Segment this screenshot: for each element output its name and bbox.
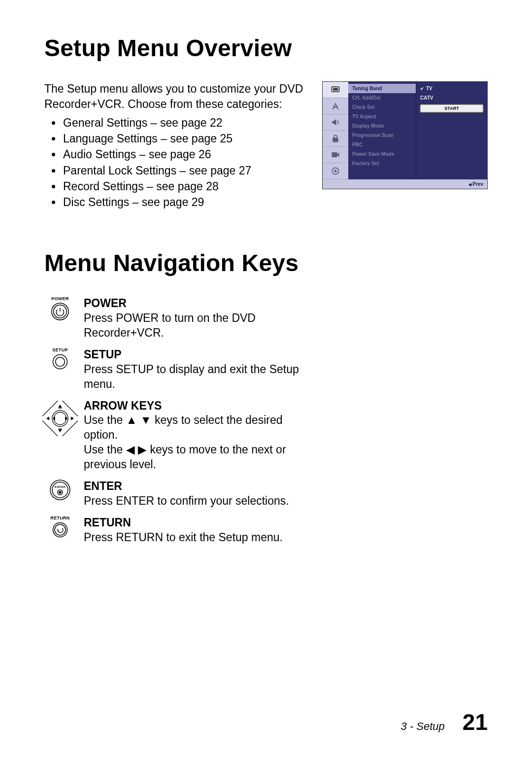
key-body: Use the ▲ ▼ keys to select the desired o… — [84, 413, 305, 443]
osd-cat-audio-icon — [323, 114, 348, 131]
footer-page-number: 21 — [463, 709, 488, 735]
triangle-down-icon: ▼ — [140, 414, 152, 426]
intro-item: Audio Settings – see page 26 — [62, 146, 306, 162]
osd-menu-item: Tuning Band — [348, 84, 416, 93]
key-body: Press POWER to turn on the DVD Recorder+… — [84, 311, 305, 341]
heading-nav-keys: Menu Navigation Keys — [44, 249, 488, 276]
osd-menu-item: Display Mode — [348, 121, 416, 131]
svg-point-20 — [53, 522, 67, 537]
check-icon: ✔ — [420, 86, 424, 91]
triangle-up-icon: ▲ — [126, 414, 137, 426]
osd-menu-item: Factory Set — [348, 159, 416, 168]
svg-text:CH: CH — [58, 407, 62, 410]
triangle-right-icon: ▶ — [138, 443, 147, 456]
key-body: Press SETUP to display and exit the Setu… — [84, 362, 305, 392]
svg-rect-1 — [333, 88, 338, 91]
key-title: ENTER — [84, 479, 305, 494]
osd-footer-label: Prev — [472, 181, 483, 187]
icon-caption: RETURN — [50, 516, 69, 520]
triangle-left-icon: ◀ — [126, 443, 135, 456]
intro-item: Parental Lock Settings – see page 27 — [62, 163, 306, 178]
osd-cat-general-icon — [323, 82, 348, 98]
intro-item: Record Settings – see page 28 — [62, 178, 306, 194]
intro-list: General Settings – see page 22 Language … — [44, 115, 306, 210]
svg-text:CH: CH — [58, 428, 62, 430]
intro-text: The Setup menu allows you to customize y… — [44, 81, 306, 112]
key-title: SETUP — [84, 347, 305, 362]
osd-menu-item: Progressive Scan — [348, 131, 416, 140]
arrow-keys-icon: CH CH — [44, 399, 76, 436]
heading-setup-overview: Setup Menu Overview — [44, 35, 488, 62]
key-body: Use the ◀ ▶ keys to move to the next or … — [84, 443, 305, 472]
osd-value-tv: ✔ TV — [416, 84, 487, 93]
svg-point-12 — [54, 412, 66, 424]
text-fragment: Use the — [84, 414, 126, 426]
svg-point-5 — [334, 170, 336, 172]
key-title: RETURN — [84, 516, 305, 530]
osd-cat-disc-icon — [323, 163, 348, 179]
key-title: ARROW KEYS — [84, 399, 305, 414]
text-fragment: Use the — [84, 443, 126, 456]
key-body: Press ENTER to confirm your selections. — [84, 494, 305, 509]
svg-text:ENTER: ENTER — [55, 485, 66, 488]
osd-cat-record-icon — [323, 147, 348, 163]
osd-screenshot: Tuning Band CH. Add/Del Clock Set TV Asp… — [322, 81, 488, 189]
osd-start-button: START — [420, 104, 483, 112]
setup-button-icon: SETUP — [44, 347, 76, 370]
icon-caption: SETUP — [52, 347, 68, 352]
osd-value-column: ✔ TV CATV START — [416, 82, 487, 179]
osd-value-label: CATV — [420, 95, 433, 101]
osd-category-column — [323, 82, 348, 179]
key-body: Press RETURN to exit the Setup menu. — [84, 530, 305, 545]
svg-rect-3 — [332, 152, 337, 157]
intro-item: Disc Settings – see page 29 — [62, 194, 306, 210]
osd-footer: ◀Prev — [323, 179, 487, 189]
return-button-icon: RETURN — [44, 516, 76, 538]
svg-point-21 — [55, 524, 66, 535]
osd-menu-item: CH. Add/Del — [348, 93, 416, 103]
power-button-icon: POWER — [44, 296, 76, 321]
osd-value-catv: CATV — [416, 93, 487, 103]
osd-cat-lock-icon — [323, 131, 348, 147]
intro-item: Language Settings – see page 25 — [62, 131, 306, 146]
svg-point-9 — [56, 357, 65, 367]
svg-rect-2 — [333, 138, 338, 142]
osd-cat-language-icon — [323, 98, 348, 114]
intro-item: General Settings – see page 22 — [62, 115, 306, 131]
osd-menu-item: Clock Set — [348, 103, 416, 112]
osd-menu-column: Tuning Band CH. Add/Del Clock Set TV Asp… — [348, 82, 416, 179]
osd-menu-item: TV Aspect — [348, 112, 416, 121]
osd-value-label: TV — [426, 86, 432, 91]
osd-menu-item: PBC — [348, 140, 416, 149]
svg-point-19 — [59, 491, 61, 493]
osd-menu-item: Power Save Mode — [348, 149, 416, 159]
triangle-left-icon: ◀ — [468, 182, 471, 187]
key-title: POWER — [84, 296, 305, 311]
footer-chapter: 3 - Setup — [401, 720, 445, 733]
icon-caption: POWER — [51, 296, 69, 301]
enter-button-icon: ENTER — [44, 479, 76, 501]
